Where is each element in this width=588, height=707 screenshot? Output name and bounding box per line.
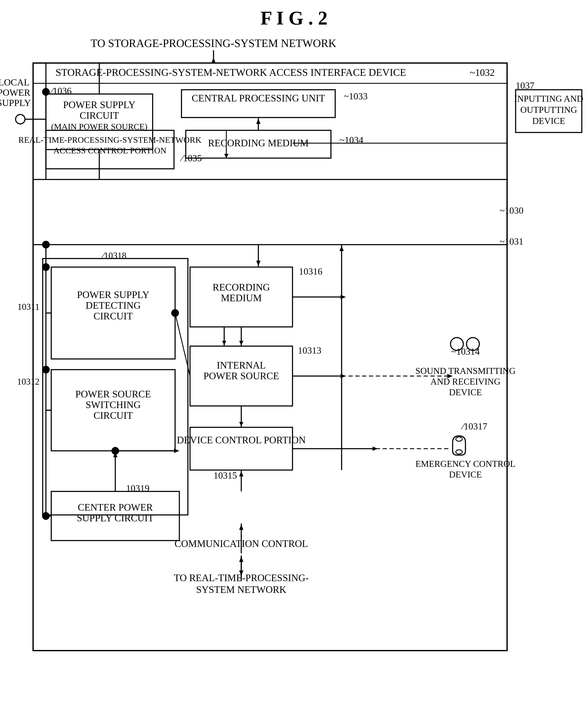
ref-1035: ∕1035 xyxy=(180,153,202,163)
emergency-control-label2: DEVICE xyxy=(449,470,482,479)
svg-marker-37 xyxy=(239,422,244,426)
sound-transmitting-label3: DEVICE xyxy=(449,388,482,397)
to-real-time-label2: SYSTEM NETWORK xyxy=(196,584,287,595)
local-power-label1: LOCAL xyxy=(0,77,30,88)
ref-10317: ∕10317 xyxy=(461,421,487,432)
ref-10319: 10319 xyxy=(126,483,149,494)
svg-point-11 xyxy=(15,114,25,124)
svg-marker-39 xyxy=(222,341,226,345)
svg-marker-77 xyxy=(174,449,179,453)
center-power-label1: CENTER POWER xyxy=(78,502,153,513)
ref-1033: ~1033 xyxy=(344,91,368,101)
svg-marker-9 xyxy=(224,154,228,158)
recording-medium-bottom-label1: RECORDING xyxy=(213,282,270,293)
power-supply-detecting-label1: POWER SUPPLY xyxy=(77,289,149,300)
diagram: F I G . 2 TO STORAGE-PROCESSING-SYSTEM N… xyxy=(0,0,588,707)
real-time-label2: ACCESS CONTROL PORTION xyxy=(53,146,167,155)
ref-1030: ~1030 xyxy=(500,205,523,216)
svg-rect-22 xyxy=(190,427,293,470)
svg-marker-1 xyxy=(211,58,216,63)
sound-transmitting-label2: AND RECEIVING xyxy=(431,377,501,386)
svg-point-26 xyxy=(42,366,50,373)
storage-device-label: STORAGE-PROCESSING-SYSTEM-NETWORK ACCESS… xyxy=(56,67,406,78)
svg-marker-46 xyxy=(239,471,244,476)
svg-marker-48 xyxy=(239,525,244,530)
internal-power-label2: POWER SOURCE xyxy=(204,370,279,381)
power-supply-detecting-label2: DETECTING xyxy=(86,300,141,311)
svg-point-56 xyxy=(456,450,462,454)
inputting-outputting-label1: INPUTTING AND xyxy=(514,94,583,104)
inputting-outputting-label2: OUTPUTTING xyxy=(520,105,577,115)
svg-marker-35 xyxy=(239,341,244,345)
ref-10311: 10311 xyxy=(17,302,39,312)
power-source-switching-label2: SWITCHING xyxy=(86,399,141,410)
ref-1031: ~1031 xyxy=(500,236,523,247)
ref-1032: ~1032 xyxy=(470,67,495,78)
ref-10315: 10315 xyxy=(214,470,237,481)
svg-marker-70 xyxy=(340,374,346,378)
power-source-switching-label3: CIRCUIT xyxy=(94,410,133,421)
inputting-outputting-label3: DEVICE xyxy=(532,116,565,126)
emergency-control-label1: EMERGENCY CONTROL xyxy=(415,459,516,469)
svg-marker-72 xyxy=(339,246,344,251)
recording-medium-bottom-label2: MEDIUM xyxy=(221,293,262,303)
svg-marker-68 xyxy=(340,295,346,299)
ref-1036: ∕1036 xyxy=(49,86,72,96)
power-supply-circuit-label1: POWER SUPPLY xyxy=(63,99,135,110)
title: F I G . 2 xyxy=(260,7,328,29)
sound-transmitting-label1: SOUND TRANSMITTING xyxy=(415,366,515,376)
ref-1034: ~1034 xyxy=(339,135,363,145)
ref-10318: ∕10318 xyxy=(101,250,126,261)
power-supply-circuit-label2: CIRCUIT xyxy=(80,110,119,121)
power-supply-detecting-label3: CIRCUIT xyxy=(94,311,133,322)
cpu-label: CENTRAL PROCESSING UNIT xyxy=(192,93,325,104)
ref-1037: 1037 xyxy=(516,80,535,91)
svg-point-55 xyxy=(456,437,462,441)
svg-marker-62 xyxy=(256,119,260,124)
local-power-label2: POWER xyxy=(0,88,31,98)
local-power-label3: SUPPLY xyxy=(0,98,31,108)
to-storage-label: TO STORAGE-PROCESSING-SYSTEM NETWORK xyxy=(91,37,336,49)
ref-10314: ~10314 xyxy=(451,346,480,357)
ref-10312: 10312 xyxy=(17,377,39,386)
ref-10316: 10316 xyxy=(299,266,322,277)
svg-point-25 xyxy=(42,263,50,271)
internal-power-label1: INTERNAL xyxy=(217,360,266,371)
telephone-icon xyxy=(453,436,466,455)
device-control-label1: DEVICE CONTROL PORTION xyxy=(177,435,306,445)
ref-10313: 10313 xyxy=(298,345,321,356)
power-source-switching-label1: POWER SOURCE xyxy=(75,389,151,400)
svg-marker-58 xyxy=(256,261,260,266)
center-power-label2: SUPPLY CIRCUIT xyxy=(77,512,154,524)
